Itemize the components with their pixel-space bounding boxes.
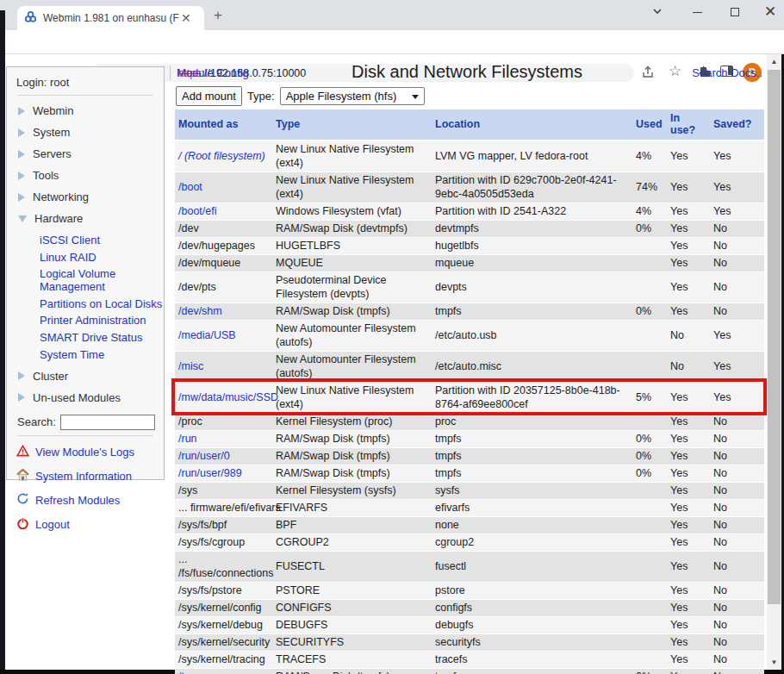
cell-used <box>632 516 667 534</box>
cell-in-use: Yes <box>667 430 710 447</box>
cell-in-use: Yes <box>667 237 710 254</box>
scroll-down-icon[interactable]: ▼ <box>767 655 781 670</box>
cell-type: DEBUGFS <box>272 616 432 633</box>
mount-link[interactable]: /run/user/989 <box>178 467 242 479</box>
mount-text: /dev/hugepages <box>178 240 255 252</box>
cell-mounted-as[interactable]: /mw/data/music/SSD <box>175 382 272 413</box>
table-row: /miscNew Automounter Filesystem (autofs)… <box>175 351 764 382</box>
sidebar-item-webmin[interactable]: Webmin <box>18 104 164 117</box>
table-row: /run/user/989RAM/Swap Disk (tmpfs)tmpfs0… <box>175 465 764 482</box>
sidebar-sublinks: iSCSI ClientLinux RAIDLogical Volume Man… <box>40 234 164 361</box>
sidebar-item-label: Webmin <box>33 104 73 117</box>
sidebar-item-servers[interactable]: Servers <box>18 147 164 160</box>
cell-type: Pseudoterminal Device Filesystem (devpts… <box>272 271 432 303</box>
scrollbar-thumb[interactable] <box>768 70 781 604</box>
footer-link-label[interactable]: Logout <box>35 518 70 531</box>
cell-mounted-as[interactable]: / (Root filesystem) <box>175 140 272 172</box>
window-close-icon[interactable]: ✕ <box>759 3 781 21</box>
sidebar-search-row: Search: <box>17 415 164 430</box>
cell-type: BPF <box>272 516 432 534</box>
sidebar-item-cluster[interactable]: Cluster <box>18 370 164 383</box>
tab-close-icon[interactable]: ✕ <box>181 11 191 25</box>
mount-link[interactable]: /media/USB <box>178 329 236 341</box>
page-scrollbar[interactable]: ▲ ▼ <box>767 54 781 670</box>
cell-mounted-as[interactable]: /run/user/0 <box>175 447 272 465</box>
cell-type: RAM/Swap Disk (tmpfs) <box>272 430 432 447</box>
mount-link[interactable]: /run <box>178 433 197 445</box>
table-row: /run/user/0RAM/Swap Disk (tmpfs)tmpfs0%Y… <box>175 447 764 465</box>
mount-link[interactable]: /run/user/0 <box>178 450 230 462</box>
sidebar-link-linux-raid[interactable]: Linux RAID <box>40 251 164 264</box>
cell-saved: No <box>710 668 764 674</box>
cell-saved: No <box>710 220 764 237</box>
cell-used <box>632 237 667 254</box>
table-row: /sys/fs/pstorePSTOREpstoreYesNo <box>175 582 764 599</box>
mount-link[interactable]: /dev/shm <box>178 305 222 317</box>
cell-mounted-as: ... /fs/fuse/connections <box>175 551 272 582</box>
sidebar-item-label: Networking <box>33 190 89 203</box>
cell-type: CGROUP2 <box>272 534 432 551</box>
footer-link-label[interactable]: View Module's Logs <box>35 446 134 459</box>
search-docs-link[interactable]: Search Docs.. <box>638 66 762 79</box>
cell-location: tracefs <box>432 651 632 668</box>
cell-mounted-as[interactable]: /boot/efi <box>175 203 272 220</box>
sidebar-item-hardware[interactable]: Hardware <box>18 212 164 225</box>
cell-mounted-as[interactable]: /boot <box>175 172 272 203</box>
cell-mounted-as[interactable]: /tmp <box>175 668 272 674</box>
cell-in-use: Yes <box>667 271 710 303</box>
cell-saved: Yes <box>710 351 764 382</box>
power-icon <box>16 517 29 533</box>
sidebar-item-tools[interactable]: Tools <box>18 169 164 182</box>
mount-link[interactable]: /boot/efi <box>178 205 216 217</box>
sidebar-item-networking[interactable]: Networking <box>18 190 164 203</box>
scroll-up-icon[interactable]: ▲ <box>767 54 781 69</box>
footer-link-label[interactable]: Refresh Modules <box>35 494 120 507</box>
cell-mounted-as[interactable]: /dev/shm <box>175 303 272 320</box>
sidebar-item-un-used-modules[interactable]: Un-used Modules <box>18 391 164 404</box>
window-minimize-icon[interactable] <box>693 12 702 13</box>
footer-link-logout: Logout <box>16 517 164 533</box>
cell-type: RAM/Swap Disk (devtmpfs) <box>272 220 432 237</box>
sidebar-divider <box>17 95 153 96</box>
mount-link[interactable]: / (Root filesystem) <box>178 150 265 162</box>
tab-title: Webmin 1.981 on eunhasu (Fed <box>43 12 179 24</box>
cell-mounted-as: ... firmware/efi/efivars <box>175 499 272 516</box>
mount-link[interactable]: /mw/data/music/SSD <box>178 391 278 403</box>
cell-saved: No <box>710 447 764 465</box>
tab-search-chevron-icon[interactable] <box>651 5 663 21</box>
mount-text: /proc <box>178 415 202 427</box>
cell-type: RAM/Swap Disk (tmpfs) <box>272 303 432 320</box>
cell-mounted-as[interactable]: /misc <box>175 351 272 382</box>
table-row: /sys/kernel/tracingTRACEFStracefsYesNo <box>175 651 764 668</box>
search-input[interactable] <box>60 415 155 430</box>
footer-link-label[interactable]: System Information <box>35 470 132 483</box>
sidebar-link-system-time[interactable]: System Time <box>40 348 164 361</box>
sidebar-link-smart-drive-status[interactable]: SMART Drive Status <box>40 331 164 344</box>
sidebar-item-system[interactable]: System <box>18 126 164 139</box>
mount-link[interactable]: /boot <box>178 181 202 193</box>
cell-mounted-as[interactable]: /run/user/989 <box>175 465 272 482</box>
cell-location: Partition with ID 2541-A322 <box>432 203 632 220</box>
cell-mounted-as[interactable]: /run <box>175 430 272 447</box>
search-label: Search: <box>17 415 56 428</box>
table-row: /sys/kernel/securitySECURITYFSsecurityfs… <box>175 633 764 651</box>
sidebar-link-iscsi-client[interactable]: iSCSI Client <box>40 234 164 247</box>
new-tab-icon[interactable]: + <box>214 7 222 24</box>
sidebar-link-printer-administration[interactable]: Printer Administration <box>40 314 164 327</box>
cell-type: HUGETLBFS <box>272 237 432 254</box>
window-maximize-icon[interactable] <box>731 8 739 16</box>
mount-link[interactable]: /tmp <box>178 671 199 674</box>
sidebar-link-partitions-on-local-disks[interactable]: Partitions on Local Disks <box>40 297 164 310</box>
cell-type: TRACEFS <box>272 651 432 668</box>
chevron-down-icon <box>412 95 419 99</box>
column-header-in-use: In use? <box>667 109 710 140</box>
sidebar-link-logical-volume-management[interactable]: Logical Volume Management <box>40 267 164 293</box>
cell-used <box>632 499 667 516</box>
chevron-collapsed-icon <box>18 193 25 202</box>
add-mount-button[interactable]: Add mount <box>176 86 242 106</box>
cell-type: New Automounter Filesystem (autofs) <box>272 351 432 382</box>
filesystem-type-select[interactable]: Apple Filesystem (hfs) <box>280 87 425 105</box>
browser-tab[interactable]: Webmin 1.981 on eunhasu (Fed ✕ <box>17 6 204 30</box>
mount-link[interactable]: /misc <box>178 360 203 372</box>
cell-mounted-as[interactable]: /media/USB <box>175 320 272 351</box>
